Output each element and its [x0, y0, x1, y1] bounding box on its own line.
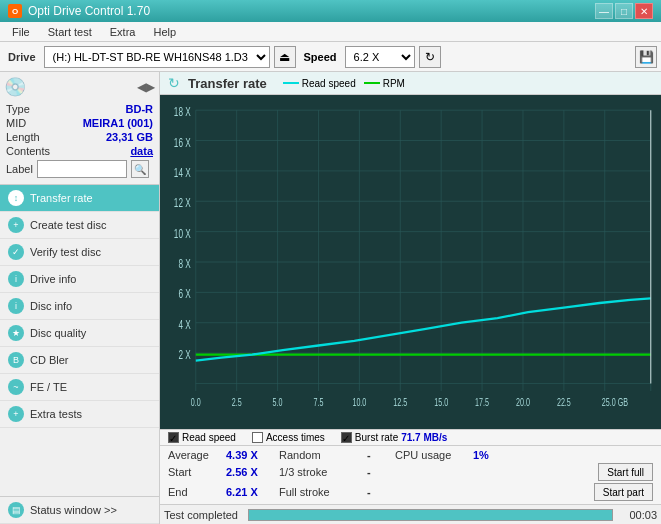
disc-info-icon: i: [8, 298, 24, 314]
svg-text:20.0: 20.0: [516, 397, 530, 409]
nav-fe-te[interactable]: ~ FE / TE: [0, 374, 159, 401]
menu-start-test[interactable]: Start test: [40, 24, 100, 40]
menu-help[interactable]: Help: [145, 24, 184, 40]
cd-bler-icon: B: [8, 352, 24, 368]
svg-text:4 X: 4 X: [178, 318, 190, 331]
bottom-read-speed[interactable]: ✓ Read speed: [168, 432, 236, 443]
bottom-burst-rate-label: Burst rate: [355, 432, 398, 443]
svg-text:12.5: 12.5: [393, 397, 407, 409]
start-value: 2.56 X: [226, 466, 271, 478]
svg-text:0.0: 0.0: [191, 397, 201, 409]
type-value: BD-R: [126, 103, 154, 115]
average-label: Average: [168, 449, 218, 461]
chart-title-icon: ↻: [168, 75, 180, 91]
svg-text:16 X: 16 X: [174, 136, 191, 149]
legend-read-speed: Read speed: [283, 78, 356, 89]
stroke-1-3-label: 1/3 stroke: [279, 466, 359, 478]
nav-verify-test-disc[interactable]: ✓ Verify test disc: [0, 239, 159, 266]
nav-drive-info-label: Drive info: [30, 273, 76, 285]
random-label: Random: [279, 449, 359, 461]
chart-title: Transfer rate: [188, 76, 267, 91]
status-window-item[interactable]: ▤ Status window >>: [0, 497, 159, 524]
nav-cd-bler[interactable]: B CD Bler: [0, 347, 159, 374]
minimize-button[interactable]: —: [595, 3, 613, 19]
nav-disc-quality[interactable]: ★ Disc quality: [0, 320, 159, 347]
nav-transfer-rate-label: Transfer rate: [30, 192, 93, 204]
menu-extra[interactable]: Extra: [102, 24, 144, 40]
nav-fe-te-label: FE / TE: [30, 381, 67, 393]
mid-value: MEIRA1 (001): [83, 117, 153, 129]
nav-transfer-rate[interactable]: ↕ Transfer rate: [0, 185, 159, 212]
nav-create-test-disc[interactable]: + Create test disc: [0, 212, 159, 239]
access-times-checkbox[interactable]: [252, 432, 263, 443]
svg-text:5.0: 5.0: [273, 397, 283, 409]
svg-text:17.5: 17.5: [475, 397, 489, 409]
length-label: Length: [6, 131, 40, 143]
read-speed-checkbox[interactable]: ✓: [168, 432, 179, 443]
refresh-button[interactable]: ↻: [419, 46, 441, 68]
disc-mid-row: MID MEIRA1 (001): [4, 116, 155, 130]
disc-section: 💿 ◀▶ Type BD-R MID MEIRA1 (001) Length 2…: [0, 72, 159, 185]
verify-test-disc-icon: ✓: [8, 244, 24, 260]
menu-file[interactable]: File: [4, 24, 38, 40]
svg-text:10.0: 10.0: [352, 397, 366, 409]
svg-text:10 X: 10 X: [174, 227, 191, 240]
legend-read-speed-color: [283, 82, 299, 84]
start-label: Start: [168, 466, 218, 478]
disc-type-row: Type BD-R: [4, 102, 155, 116]
svg-text:6 X: 6 X: [178, 288, 190, 301]
status-window-label: Status window >>: [30, 504, 117, 516]
disc-label-label: Label: [6, 163, 33, 175]
bottom-burst-rate[interactable]: ✓ Burst rate 71.7 MB/s: [341, 432, 448, 443]
start-part-button[interactable]: Start part: [594, 483, 653, 501]
chart-header: ↻ Transfer rate Read speed RPM: [160, 72, 661, 95]
sidebar: 💿 ◀▶ Type BD-R MID MEIRA1 (001) Length 2…: [0, 72, 160, 524]
chart-bottom-legend: ✓ Read speed Access times ✓ Burst rate 7…: [160, 429, 661, 445]
progress-bar: [248, 509, 613, 521]
nav-drive-info[interactable]: i Drive info: [0, 266, 159, 293]
nav-disc-quality-label: Disc quality: [30, 327, 86, 339]
nav-extra-tests-label: Extra tests: [30, 408, 82, 420]
disc-expand-icon[interactable]: ◀▶: [137, 80, 155, 94]
status-text: Test completed: [164, 509, 244, 521]
cpu-usage-label: CPU usage: [395, 449, 465, 461]
nav-create-test-disc-label: Create test disc: [30, 219, 106, 231]
svg-text:7.5: 7.5: [314, 397, 324, 409]
end-value: 6.21 X: [226, 486, 271, 498]
drive-select[interactable]: (H:) HL-DT-ST BD-RE WH16NS48 1.D3: [44, 46, 270, 68]
eject-button[interactable]: ⏏: [274, 46, 296, 68]
close-button[interactable]: ✕: [635, 3, 653, 19]
contents-value[interactable]: data: [130, 145, 153, 157]
svg-text:8 X: 8 X: [178, 258, 190, 271]
nav-extra-tests[interactable]: + Extra tests: [0, 401, 159, 428]
label-input[interactable]: [37, 160, 127, 178]
save-button[interactable]: 💾: [635, 46, 657, 68]
bottom-access-times[interactable]: Access times: [252, 432, 325, 443]
cpu-usage-value: 1%: [473, 449, 503, 461]
progress-fill: [249, 510, 612, 520]
svg-text:2.5: 2.5: [232, 397, 242, 409]
status-section: ▤ Status window >>: [0, 496, 159, 524]
burst-rate-checkbox[interactable]: ✓: [341, 432, 352, 443]
speed-select[interactable]: 6.2 X Max 4.0 X 2.0 X: [345, 46, 415, 68]
legend-read-speed-label: Read speed: [302, 78, 356, 89]
drive-label: Drive: [4, 51, 40, 63]
disc-length-row: Length 23,31 GB: [4, 130, 155, 144]
main-content: 💿 ◀▶ Type BD-R MID MEIRA1 (001) Length 2…: [0, 72, 661, 524]
start-full-button[interactable]: Start full: [598, 463, 653, 481]
bottom-read-speed-label: Read speed: [182, 432, 236, 443]
mid-label: MID: [6, 117, 26, 129]
svg-text:18 X: 18 X: [174, 106, 191, 119]
label-icon-button[interactable]: 🔍: [131, 160, 149, 178]
nav-disc-info[interactable]: i Disc info: [0, 293, 159, 320]
drive-info-icon: i: [8, 271, 24, 287]
svg-text:12 X: 12 X: [174, 197, 191, 210]
stats-section: Average 4.39 X Random - CPU usage 1% Sta…: [160, 445, 661, 504]
maximize-button[interactable]: □: [615, 3, 633, 19]
disc-label-row: Label 🔍: [4, 158, 155, 180]
length-value: 23,31 GB: [106, 131, 153, 143]
legend-rpm-label: RPM: [383, 78, 405, 89]
stats-row-start: Start 2.56 X 1/3 stroke - Start full: [160, 462, 661, 482]
legend-rpm: RPM: [364, 78, 405, 89]
transfer-rate-icon: ↕: [8, 190, 24, 206]
